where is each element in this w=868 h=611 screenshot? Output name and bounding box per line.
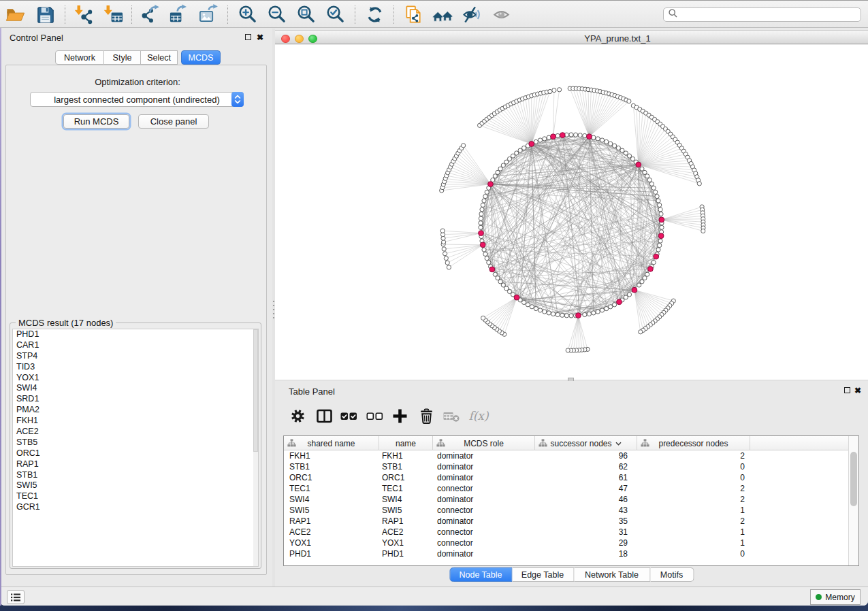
cell-MCDS-role[interactable]: dominator bbox=[433, 461, 535, 472]
column-header-predecessor-nodes[interactable]: predecessor nodes bbox=[637, 436, 750, 450]
cell-shared-name[interactable]: PHD1 bbox=[284, 548, 379, 559]
mcds-result-item[interactable]: STB1 bbox=[13, 470, 258, 481]
mcds-result-item[interactable]: RAP1 bbox=[13, 459, 258, 470]
mcds-result-item[interactable]: SWI5 bbox=[13, 480, 258, 491]
cell-MCDS-role[interactable]: connector bbox=[433, 483, 535, 494]
cell-shared-name[interactable]: ORC1 bbox=[284, 472, 379, 483]
cell-name[interactable]: FKH1 bbox=[379, 450, 433, 461]
table-row[interactable]: TEC1TEC1connector472 bbox=[284, 483, 849, 494]
mcds-result-item[interactable]: SWI4 bbox=[13, 383, 258, 394]
select-all-icon[interactable] bbox=[338, 405, 359, 427]
cell-predecessor-nodes[interactable]: 1 bbox=[637, 505, 750, 516]
table-row[interactable]: YOX1YOX1connector291 bbox=[284, 538, 849, 548]
cell-name[interactable]: ORC1 bbox=[379, 472, 433, 483]
network-window-titlebar[interactable]: YPA_prune.txt_1 bbox=[275, 30, 868, 44]
zoom-out-icon[interactable] bbox=[265, 3, 288, 26]
column-header-successor-nodes[interactable]: successor nodes bbox=[535, 436, 637, 450]
network-canvas[interactable] bbox=[275, 45, 868, 380]
float-panel-icon[interactable] bbox=[245, 34, 251, 40]
cell-shared-name[interactable]: SWI4 bbox=[284, 494, 379, 505]
table-row[interactable]: FKH1FKH1dominator962 bbox=[284, 450, 849, 461]
cell-shared-name[interactable]: FKH1 bbox=[284, 450, 379, 461]
tab-select[interactable]: Select bbox=[141, 50, 178, 65]
cell-successor-nodes[interactable]: 47 bbox=[535, 483, 637, 494]
table-row[interactable]: ORC1ORC1dominator610 bbox=[284, 472, 849, 483]
export-image-icon[interactable] bbox=[197, 3, 220, 26]
tab-network-table[interactable]: Network Table bbox=[574, 567, 650, 582]
cell-shared-name[interactable]: YOX1 bbox=[284, 538, 379, 548]
column-header-name[interactable]: name bbox=[379, 436, 433, 450]
close-table-panel-icon[interactable]: ✖ bbox=[854, 386, 861, 395]
cell-predecessor-nodes[interactable]: 0 bbox=[637, 461, 750, 472]
zoom-in-icon[interactable] bbox=[236, 3, 259, 26]
cell-shared-name[interactable]: RAP1 bbox=[284, 516, 379, 527]
mcds-result-item[interactable]: STB5 bbox=[13, 437, 258, 448]
table-row[interactable]: STB1STB1dominator620 bbox=[284, 461, 849, 472]
mcds-result-item[interactable]: TID3 bbox=[13, 362, 258, 373]
run-mcds-button[interactable]: Run MCDS bbox=[63, 114, 129, 129]
cell-successor-nodes[interactable]: 18 bbox=[535, 548, 637, 559]
add-row-icon[interactable] bbox=[389, 405, 411, 427]
minimize-window-icon[interactable] bbox=[295, 35, 304, 44]
cell-MCDS-role[interactable]: connector bbox=[433, 538, 535, 548]
cell-shared-name[interactable]: SWI5 bbox=[284, 505, 379, 516]
cell-successor-nodes[interactable]: 46 bbox=[535, 494, 637, 505]
mcds-result-item[interactable]: GCR1 bbox=[13, 502, 258, 513]
cell-successor-nodes[interactable]: 61 bbox=[535, 472, 637, 483]
sort-chevron-icon[interactable] bbox=[615, 442, 622, 446]
tab-motifs[interactable]: Motifs bbox=[650, 567, 694, 582]
automation-panel-button[interactable] bbox=[7, 590, 25, 604]
tab-network[interactable]: Network bbox=[55, 50, 104, 65]
optimization-criterion-select[interactable]: largest connected component (undirected) bbox=[30, 92, 244, 107]
save-session-icon[interactable] bbox=[33, 3, 57, 26]
cell-MCDS-role[interactable]: dominator bbox=[433, 516, 535, 527]
delete-row-icon[interactable] bbox=[415, 405, 437, 427]
tab-mcds[interactable]: MCDS bbox=[181, 50, 221, 65]
cell-predecessor-nodes[interactable]: 2 bbox=[637, 494, 750, 505]
close-panel-button[interactable]: Close panel bbox=[138, 114, 209, 129]
mcds-result-item[interactable]: YOX1 bbox=[13, 373, 258, 384]
cell-name[interactable]: SWI4 bbox=[379, 494, 433, 505]
close-panel-icon[interactable]: ✖ bbox=[257, 33, 263, 42]
mcds-result-item[interactable]: ACE2 bbox=[13, 427, 258, 437]
mcds-result-item[interactable]: PMA2 bbox=[13, 405, 258, 416]
mcds-result-item[interactable]: CAR1 bbox=[13, 340, 258, 351]
cell-predecessor-nodes[interactable]: 0 bbox=[637, 548, 750, 559]
cell-name[interactable]: PHD1 bbox=[379, 548, 433, 559]
cell-predecessor-nodes[interactable]: 2 bbox=[637, 516, 750, 527]
cell-name[interactable]: SWI5 bbox=[379, 505, 433, 516]
table-row[interactable]: RAP1RAP1dominator352 bbox=[284, 516, 849, 527]
cell-MCDS-role[interactable]: connector bbox=[433, 505, 535, 516]
close-window-icon[interactable] bbox=[281, 35, 290, 44]
tab-style[interactable]: Style bbox=[104, 50, 141, 65]
open-session-icon[interactable] bbox=[3, 3, 27, 26]
mcds-result-item[interactable]: STP4 bbox=[13, 351, 258, 362]
cell-MCDS-role[interactable]: dominator bbox=[433, 450, 535, 461]
table-row[interactable]: ACE2ACE2connector311 bbox=[284, 527, 849, 538]
show-all-icon[interactable] bbox=[491, 3, 514, 26]
memory-button[interactable]: Memory bbox=[810, 589, 861, 605]
tab-edge-table[interactable]: Edge Table bbox=[512, 567, 574, 582]
cell-shared-name[interactable]: ACE2 bbox=[284, 527, 379, 538]
cell-MCDS-role[interactable]: connector bbox=[433, 527, 535, 538]
cell-name[interactable]: TEC1 bbox=[379, 483, 433, 494]
column-header-shared-name[interactable]: shared name bbox=[284, 436, 379, 450]
search-input[interactable] bbox=[678, 10, 861, 20]
table-row[interactable]: SWI4SWI4dominator462 bbox=[284, 494, 849, 505]
mcds-result-list[interactable]: PHD1CAR1STP4TID3YOX1SWI4SRD1PMA2FKH1ACE2… bbox=[12, 329, 259, 567]
cell-successor-nodes[interactable]: 96 bbox=[535, 450, 637, 461]
cell-shared-name[interactable]: STB1 bbox=[284, 461, 379, 472]
cell-successor-nodes[interactable]: 35 bbox=[535, 516, 637, 527]
gear-icon[interactable] bbox=[287, 405, 308, 427]
cell-successor-nodes[interactable]: 31 bbox=[535, 527, 637, 538]
first-neighbors-icon[interactable] bbox=[431, 3, 454, 26]
mcds-result-item[interactable]: SRD1 bbox=[13, 394, 258, 405]
export-table-icon[interactable] bbox=[167, 3, 190, 26]
clone-network-icon[interactable] bbox=[402, 3, 425, 26]
mcds-result-item[interactable]: FKH1 bbox=[13, 416, 258, 427]
cell-MCDS-role[interactable]: dominator bbox=[433, 494, 535, 505]
maximize-window-icon[interactable] bbox=[308, 35, 317, 44]
cell-name[interactable]: RAP1 bbox=[379, 516, 433, 527]
column-header-MCDS-role[interactable]: MCDS role bbox=[433, 436, 535, 450]
hide-selected-icon[interactable] bbox=[461, 3, 484, 26]
